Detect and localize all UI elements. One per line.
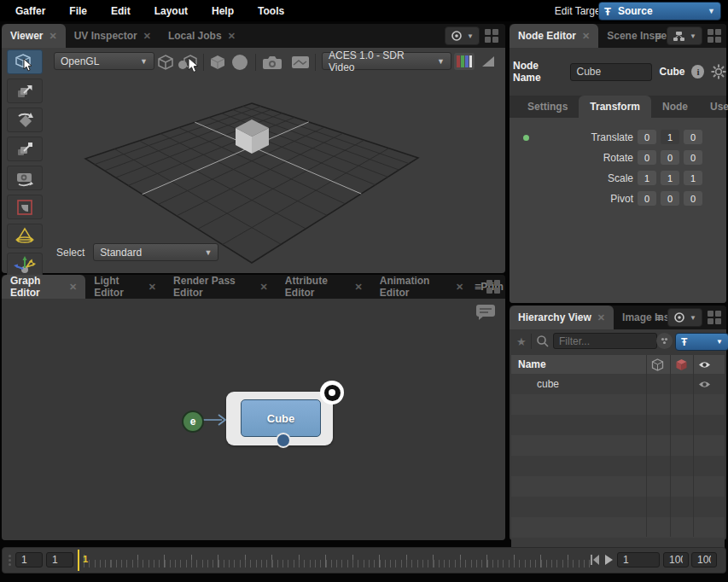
close-icon[interactable]: ✕	[143, 31, 151, 42]
tab-graph-editor[interactable]: Graph Editor✕	[2, 275, 85, 299]
timeline-grip-handle[interactable]	[9, 555, 11, 566]
close-icon[interactable]: ✕	[597, 312, 605, 323]
renderer-dropdown[interactable]: OpenGL▼	[54, 52, 154, 70]
wireframe-cube-icon[interactable]	[156, 53, 175, 72]
rotate-z-field[interactable]: 0	[684, 150, 702, 165]
row-visibility-eye-icon[interactable]	[698, 380, 711, 389]
header-exclude-cube-icon[interactable]	[675, 358, 688, 371]
gear-icon[interactable]	[710, 63, 726, 80]
frame-field[interactable]	[617, 552, 660, 567]
scale-tool-button[interactable]	[7, 137, 43, 161]
tab-attribute-editor[interactable]: Attribute Editor✕	[277, 275, 371, 299]
max-frame-field[interactable]	[691, 552, 717, 567]
solid-cube-icon[interactable]	[208, 53, 227, 72]
tab-list-icon[interactable]: ≡	[655, 313, 662, 322]
pivot-x-field[interactable]: 0	[638, 191, 656, 206]
pivot-z-field[interactable]: 0	[684, 191, 702, 206]
tab-list-icon[interactable]: ≡	[475, 282, 481, 291]
layout-menu-icon[interactable]	[708, 311, 721, 324]
translate-y-field[interactable]: 1	[661, 130, 679, 144]
filter-settings-icon[interactable]	[656, 333, 673, 349]
translate-tool-button[interactable]	[7, 79, 43, 103]
close-icon[interactable]: ✕	[228, 31, 236, 42]
layout-menu-icon[interactable]	[485, 29, 498, 43]
play-icon[interactable]	[603, 554, 614, 566]
display-transform-dropdown[interactable]: ACES 1.0 - SDR Video▼	[322, 52, 451, 70]
rotate-x-field[interactable]: 0	[638, 150, 656, 165]
camera-tool-button[interactable]	[7, 166, 43, 190]
close-icon[interactable]: ✕	[149, 282, 156, 293]
timeline-playhead[interactable]	[78, 550, 79, 571]
close-icon[interactable]: ✕	[582, 31, 590, 42]
editor-focus-menu-button[interactable]: ▼	[667, 26, 702, 45]
tab-node-editor[interactable]: Node Editor✕	[510, 24, 598, 48]
rotate-tool-button[interactable]	[7, 108, 43, 132]
graph-editor-body[interactable]: e Cube	[2, 299, 505, 540]
menu-layout[interactable]: Layout	[143, 5, 200, 17]
node-focus-dot[interactable]	[320, 381, 344, 404]
select-tool-button[interactable]	[7, 49, 43, 74]
tab-uv-inspector[interactable]: UV Inspector✕	[66, 24, 160, 48]
tab-animation-editor[interactable]: Animation Editor✕	[371, 275, 473, 299]
crop-window-tool-button[interactable]	[7, 195, 43, 219]
light-tool-button[interactable]	[7, 224, 43, 248]
name-column-header[interactable]: Name	[518, 358, 546, 370]
close-icon[interactable]: ✕	[260, 282, 268, 293]
timeline-current-field[interactable]	[46, 552, 73, 567]
rotate-y-field[interactable]: 0	[661, 150, 679, 165]
tab-viewer[interactable]: Viewer✕	[2, 24, 66, 48]
tab-local-jobs[interactable]: Local Jobs✕	[160, 24, 244, 48]
edit-scope-dropdown[interactable]: Ŧ ▼	[675, 333, 728, 351]
tab-hierarchy-view[interactable]: Hierarchy View✕	[510, 306, 614, 329]
layout-menu-icon[interactable]	[708, 29, 721, 43]
timeline-start-field[interactable]	[15, 552, 43, 567]
light-position-tool-button[interactable]	[7, 253, 43, 277]
end-frame-field[interactable]	[663, 552, 689, 567]
camera-icon[interactable]	[261, 53, 283, 72]
select-mode-dropdown[interactable]: Standard▼	[93, 243, 218, 261]
menu-gaffer[interactable]: Gaffer	[3, 5, 57, 17]
bookmark-star-icon[interactable]: ★	[516, 335, 527, 348]
subtab-transform[interactable]: Transform	[579, 96, 651, 118]
subtab-node[interactable]: Node	[651, 96, 699, 118]
close-icon[interactable]: ✕	[456, 282, 463, 293]
translate-z-field[interactable]: 0	[684, 130, 702, 144]
shaded-sphere-icon[interactable]	[230, 53, 249, 72]
cube-node[interactable]: Cube	[226, 392, 333, 445]
menu-file[interactable]: File	[57, 5, 99, 17]
tab-light-editor[interactable]: Light Editor✕	[85, 275, 165, 299]
edit-target-dropdown[interactable]: Ŧ Source ▼	[598, 2, 721, 20]
image-layers-icon[interactable]	[290, 54, 311, 71]
node-name-input[interactable]	[570, 63, 652, 81]
scale-z-field[interactable]: 1	[684, 171, 702, 185]
layout-menu-icon[interactable]	[486, 280, 500, 294]
cube-node-label[interactable]: Cube	[241, 399, 321, 437]
close-icon[interactable]: ✕	[49, 31, 56, 42]
tab-list-icon[interactable]: ≡	[655, 32, 661, 40]
menu-tools[interactable]: Tools	[246, 5, 296, 17]
viewport-3d[interactable]	[2, 48, 505, 273]
header-visibility-eye-icon[interactable]	[698, 360, 711, 370]
info-icon[interactable]: i	[691, 65, 704, 79]
node-output-plug[interactable]	[276, 433, 291, 448]
tab-render-pass-editor[interactable]: Render Pass Editor✕	[165, 275, 277, 299]
annotation-bubble-icon[interactable]	[475, 303, 497, 322]
pivot-y-field[interactable]: 0	[661, 191, 679, 206]
close-icon[interactable]: ✕	[69, 282, 77, 293]
menu-edit[interactable]: Edit	[99, 5, 143, 17]
timeline-ruler[interactable]	[84, 548, 591, 573]
filter-input[interactable]	[553, 333, 657, 349]
subtab-settings[interactable]: Settings	[516, 96, 579, 118]
exposure-gamma-icon[interactable]	[480, 55, 496, 68]
skip-to-start-icon[interactable]	[590, 554, 600, 566]
editor-focus-menu-button[interactable]: ▼	[667, 308, 702, 327]
scale-y-field[interactable]: 1	[661, 171, 679, 185]
menu-help[interactable]: Help	[200, 5, 246, 17]
scale-x-field[interactable]: 1	[638, 171, 656, 185]
channel-select-icon[interactable]	[454, 53, 475, 70]
expression-node[interactable]: e	[182, 410, 204, 433]
translate-x-field[interactable]: 0	[638, 130, 656, 144]
viewer-overlay-menu-button[interactable]: ▼	[445, 26, 480, 45]
close-icon[interactable]: ✕	[355, 282, 363, 293]
subtab-user[interactable]: User	[699, 96, 728, 118]
